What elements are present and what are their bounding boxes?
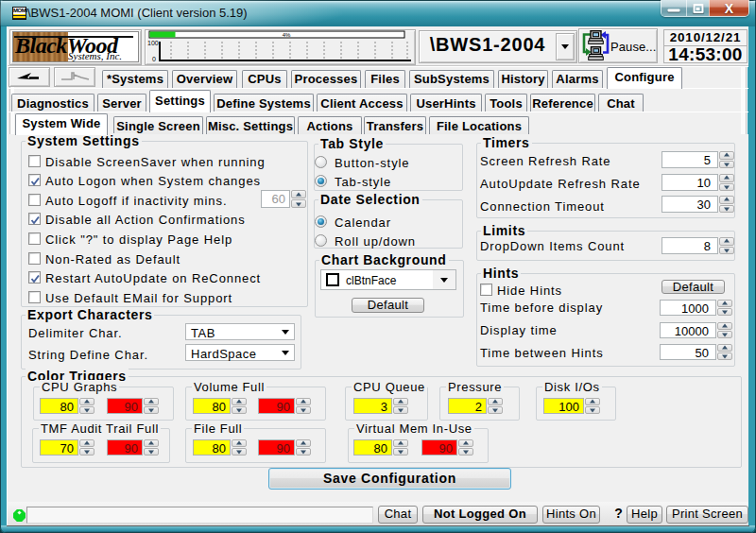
svg-text:4%: 4% xyxy=(283,32,291,38)
svg-text:0: 0 xyxy=(152,56,156,62)
svg-text:100: 100 xyxy=(147,40,159,46)
